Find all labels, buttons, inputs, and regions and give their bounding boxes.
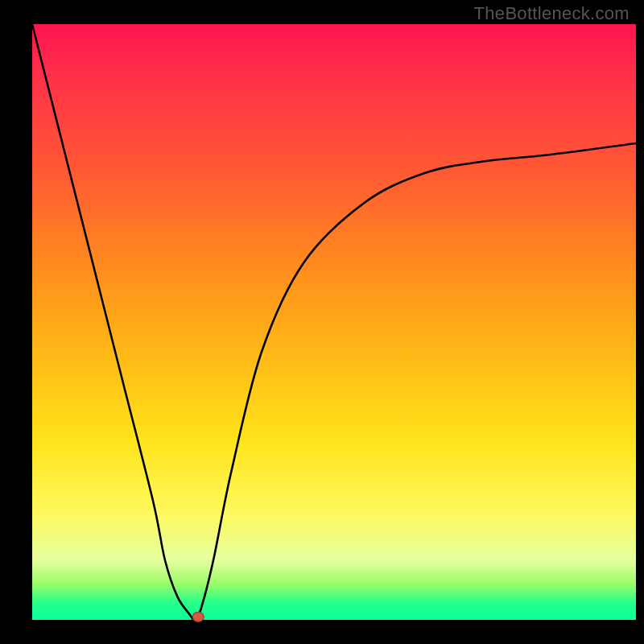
watermark-text: TheBottleneck.com xyxy=(474,3,630,24)
chart-frame: TheBottleneck.com xyxy=(0,0,644,644)
minimum-marker xyxy=(192,612,204,621)
plot-area xyxy=(32,24,636,620)
bottleneck-curve xyxy=(32,24,636,620)
curve-layer xyxy=(32,24,636,620)
